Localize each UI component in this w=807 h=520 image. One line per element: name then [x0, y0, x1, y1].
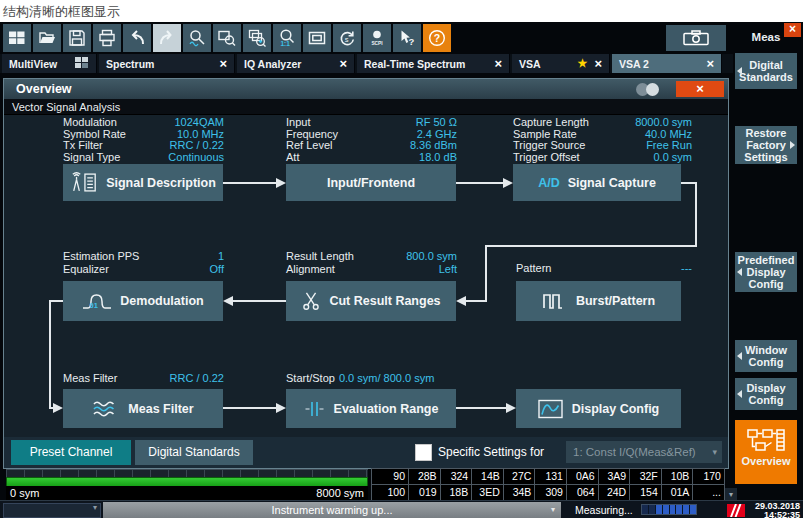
screenshot-button[interactable]	[666, 25, 726, 51]
row-header: 90	[371, 468, 409, 485]
block-title: Evaluation Range	[334, 402, 439, 416]
row-header: 100	[371, 485, 409, 502]
hex-cell: 131	[535, 468, 567, 485]
tab-real-time-spectrum[interactable]: Real-Time Spectrum×	[357, 54, 510, 73]
zoom-multi-button[interactable]	[243, 24, 271, 52]
hex-cell: 32F	[630, 468, 662, 485]
burst-pattern-block[interactable]: Burst/Pattern	[516, 281, 681, 321]
tab-multiview[interactable]: MultiView	[2, 54, 97, 73]
digital-standards-button[interactable]: Digital Standards	[135, 440, 253, 465]
softkey-label: Overview	[742, 455, 791, 467]
datetime-display: 29.03.2018 14:52:35	[744, 501, 800, 520]
softkey-display-config[interactable]: Display Config	[735, 378, 797, 410]
hex-cell: 10B	[662, 468, 694, 485]
windows-grid-button[interactable]	[3, 24, 31, 52]
tab-label: MultiView	[9, 58, 57, 70]
display-frame-button[interactable]	[303, 24, 331, 52]
hex-cell: 14B	[472, 468, 504, 485]
svg-text:01: 01	[90, 301, 98, 310]
tab-close-icon[interactable]: ×	[706, 57, 714, 70]
evaluation-range-block[interactable]: Evaluation Range	[286, 389, 456, 428]
meas-filter-block[interactable]: Meas Filter	[63, 389, 223, 428]
print-button[interactable]	[93, 24, 121, 52]
dialog-close-button[interactable]: ×	[676, 81, 724, 97]
window-close-button[interactable]: ×	[784, 23, 801, 37]
zoom-signal-icon	[188, 29, 206, 47]
overview-dialog: Overview × Vector Signal Analysis Modula…	[3, 78, 729, 469]
redo-icon	[158, 29, 176, 47]
softkey-digital-standards[interactable]: Digital Standards	[735, 53, 797, 89]
favorite-star-icon: ★	[578, 57, 588, 70]
zoom-area-button[interactable]	[213, 24, 241, 52]
submenu-left-arrow-icon	[737, 67, 742, 75]
submenu-right-arrow-icon	[790, 141, 795, 149]
refresh-icon: s	[338, 29, 356, 47]
undo-icon	[128, 29, 146, 47]
display-config-icon	[538, 399, 564, 419]
specific-settings-dropdown[interactable]: 1: Const I/Q(Meas&Ref)▾	[566, 441, 722, 463]
tab-close-icon[interactable]: ×	[594, 57, 602, 70]
tab-close-icon[interactable]: ×	[339, 57, 347, 70]
zoom-signal-button[interactable]	[183, 24, 211, 52]
signal-capture-block[interactable]: A/D Signal Capture	[513, 164, 681, 201]
tab-vsa[interactable]: VSA★×	[512, 54, 610, 73]
status-message-dropdown[interactable]: Instrument warming up...▾	[103, 502, 561, 518]
dialog-pin-toggle[interactable]	[636, 83, 662, 96]
pointer-help-icon: ?	[398, 29, 416, 47]
input-frontend-block[interactable]: Input/Frontend	[286, 164, 456, 201]
zoom-one-to-one-icon: 1:1	[278, 29, 296, 47]
softkey-restore-factory-settings[interactable]: Restore Factory Settings	[735, 126, 797, 164]
scpi-icon: SCPI	[368, 29, 386, 47]
tab-vsa2[interactable]: VSA 2×	[612, 54, 722, 73]
save-button[interactable]	[63, 24, 91, 52]
softkey-predefined-display-config[interactable]: Predefined Display Config	[735, 252, 797, 292]
context-help-button[interactable]: ?	[393, 24, 421, 52]
open-file-button[interactable]	[33, 24, 61, 52]
tab-label: Spectrum	[106, 58, 154, 70]
hex-cell: 019	[409, 485, 441, 502]
block-title: Input/Frontend	[327, 176, 415, 190]
help-icon: ?	[428, 29, 446, 47]
hex-cell: 34B	[504, 485, 536, 502]
scpi-button[interactable]: SCPI	[363, 24, 391, 52]
open-folder-icon	[38, 29, 56, 47]
signal-description-block[interactable]: Signal Description	[63, 164, 223, 201]
redo-button[interactable]	[153, 24, 181, 52]
tab-close-icon[interactable]: ×	[219, 57, 227, 70]
tab-label: VSA	[519, 58, 541, 70]
svg-text:?: ?	[434, 32, 440, 44]
tab-label: IQ Analyzer	[244, 58, 301, 70]
hex-cell: 24D	[599, 485, 631, 502]
evaluation-range-icon	[304, 399, 326, 419]
refresh-button[interactable]: s	[333, 24, 361, 52]
status-left-dropdown[interactable]: ▾	[3, 503, 101, 518]
demodulation-block[interactable]: 01 Demodulation	[63, 281, 223, 321]
dialog-subtitle: Vector Signal Analysis	[4, 99, 728, 115]
meas-filter-icon	[92, 399, 120, 419]
hex-cell: 064	[567, 485, 599, 502]
chevron-down-icon: ▾	[93, 503, 97, 512]
dialog-title: Overview	[16, 82, 72, 96]
dialog-footer: Preset Channel Digital Standards Specifi…	[4, 437, 728, 468]
chevron-down-icon: ▾	[551, 502, 555, 518]
tab-spectrum[interactable]: Spectrum×	[99, 54, 235, 73]
tab-iq-analyzer[interactable]: IQ Analyzer×	[237, 54, 355, 73]
preset-channel-button[interactable]: Preset Channel	[11, 440, 131, 465]
tab-close-icon[interactable]: ×	[494, 57, 502, 70]
specific-settings-checkbox[interactable]	[415, 444, 432, 461]
display-config-block[interactable]: Display Config	[516, 389, 681, 428]
demodulation-icon: 01	[82, 291, 112, 311]
hex-cell: 0A6	[567, 468, 599, 485]
overview-dialog-header: Overview ×	[4, 79, 728, 99]
block-diagram-area: Modulation1024QAM Symbol Rate10.0 MHz Tx…	[4, 115, 728, 437]
softkey-overview[interactable]: Overview	[735, 420, 797, 484]
softkey-window-config[interactable]: Window Config	[735, 340, 797, 372]
page-caption: 结构清晰的框图显示	[3, 3, 120, 21]
softkey-label: Window Config	[741, 344, 791, 368]
cut-result-ranges-block[interactable]: Cut Result Ranges	[286, 281, 456, 321]
zoom-one-to-one-button[interactable]: 1:1	[273, 24, 301, 52]
hex-cell: ...	[693, 485, 725, 502]
undo-button[interactable]	[123, 24, 151, 52]
help-button[interactable]: ?	[423, 24, 451, 52]
print-icon	[98, 29, 116, 47]
